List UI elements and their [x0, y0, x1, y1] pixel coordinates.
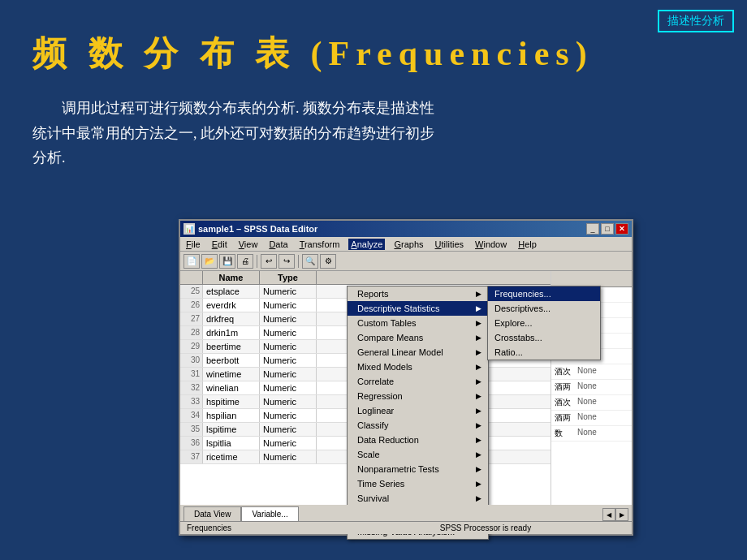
right-row: 酒次 None: [551, 364, 632, 380]
right-panel: 月饮{1,没有} 次数 None 瓶数 None 数 None 数 None 酒…: [551, 271, 632, 518]
row-type: Numeric: [260, 409, 317, 422]
tab-data-view[interactable]: Data View: [184, 506, 241, 521]
spss-window: 📊 sample1 – SPSS Data Editor _ □ ✕ File …: [179, 219, 633, 536]
row-type: Numeric: [260, 368, 317, 381]
menu-help[interactable]: Help: [516, 239, 539, 250]
tool4[interactable]: ⚙: [320, 254, 336, 269]
row-type: Numeric: [260, 312, 317, 325]
row-num: 27: [180, 312, 203, 325]
row-num: 32: [180, 381, 203, 394]
right-label: 酒次: [555, 366, 574, 377]
table-row: 35 lspitime Numeric: [180, 423, 551, 437]
right-row: 数 None: [551, 349, 632, 364]
status-bar: Frequencies SPSS Processor is ready: [180, 521, 632, 534]
right-label: 月饮{1,没有}: [555, 289, 599, 300]
table-row: 37 ricetime Numeric: [180, 450, 551, 464]
open-button[interactable]: 📂: [201, 254, 218, 269]
right-label: 次数: [555, 304, 574, 316]
right-val: None: [577, 335, 597, 347]
right-row: 酒两 None: [551, 380, 632, 395]
row-type: Numeric: [260, 340, 317, 353]
right-panel-header: [551, 271, 632, 287]
row-num: 36: [180, 437, 203, 450]
row-num: 31: [180, 368, 203, 381]
tab-variable-view[interactable]: Variable...: [241, 506, 298, 521]
row-type: Numeric: [260, 423, 317, 436]
right-val: None: [577, 320, 597, 331]
tool3[interactable]: 🔍: [302, 254, 318, 269]
row-type: Numeric: [260, 326, 317, 339]
menu-edit[interactable]: Edit: [209, 239, 230, 250]
redo-button[interactable]: ↪: [279, 254, 295, 269]
title-bar-left: 📊 sample1 – SPSS Data Editor: [184, 223, 317, 235]
window-controls[interactable]: _ □ ✕: [586, 223, 628, 235]
status-left: Frequencies: [180, 523, 339, 532]
table-row: 26 everdrk Numeric: [180, 299, 551, 312]
table-row: 28 drkin1m Numeric: [180, 326, 551, 340]
row-num: 28: [180, 326, 203, 339]
row-name: drkfreq: [203, 312, 260, 325]
badge-label: 描述性分析: [658, 10, 734, 32]
row-num: 33: [180, 395, 203, 408]
save-button[interactable]: 💾: [219, 254, 235, 269]
table-header: Name Type: [180, 271, 551, 285]
page-title: 频 数 分 布 表 (Frequencies): [32, 31, 594, 76]
right-label: 数: [555, 351, 574, 362]
right-label: 酒次: [555, 397, 574, 408]
row-type: Numeric: [260, 450, 317, 463]
row-name: lspitime: [203, 423, 260, 436]
row-num: 29: [180, 340, 203, 353]
table-row: 33 hspitime Numeric: [180, 395, 551, 409]
menu-file[interactable]: File: [184, 239, 203, 250]
row-type: Numeric: [260, 437, 317, 450]
desc-line3: 分析.: [32, 145, 715, 170]
right-row: 次数 None: [551, 303, 632, 318]
menu-graphs[interactable]: Graphs: [391, 239, 425, 250]
row-name: winelian: [203, 381, 260, 394]
scroll-right[interactable]: ▶: [615, 508, 628, 521]
row-name: everdrk: [203, 299, 260, 312]
content-area: Name Type 25 etsplace Numeric 26 everdrk…: [180, 271, 632, 518]
right-row: 瓶数 None: [551, 318, 632, 334]
row-num: 25: [180, 285, 203, 298]
menu-utilities[interactable]: Utilities: [433, 239, 466, 250]
row-name: etsplace: [203, 285, 260, 298]
right-label: 酒两: [555, 412, 574, 424]
maximize-button[interactable]: □: [601, 223, 614, 235]
table-row: 34 hspilian Numeric: [180, 409, 551, 423]
right-val: None: [577, 304, 597, 316]
toolbar: 📄 📂 💾 🖨 ↩ ↪ 🔍 ⚙: [180, 252, 632, 271]
menu-view[interactable]: View: [236, 239, 261, 250]
table-row: 25 etsplace Numeric: [180, 285, 551, 299]
menu-bar: File Edit View Data Transform Analyze Gr…: [180, 237, 632, 252]
print-button[interactable]: 🖨: [237, 254, 253, 269]
scroll-left[interactable]: ◀: [602, 508, 615, 521]
row-name: lspitlia: [203, 437, 260, 450]
new-button[interactable]: 📄: [184, 254, 200, 269]
row-num: 37: [180, 450, 203, 463]
row-name: winetime: [203, 368, 260, 381]
close-button[interactable]: ✕: [615, 223, 628, 235]
menu-data[interactable]: Data: [266, 239, 290, 250]
right-row: 酒次 None: [551, 395, 632, 411]
row-num: 35: [180, 423, 203, 436]
row-name: ricetime: [203, 450, 260, 463]
header-num: [180, 271, 203, 284]
undo-button[interactable]: ↩: [261, 254, 277, 269]
row-name: hspitime: [203, 395, 260, 408]
table-row: 32 winelian Numeric: [180, 381, 551, 395]
right-val: None: [577, 351, 597, 362]
app-icon: 📊: [184, 223, 195, 235]
menu-window[interactable]: Window: [473, 239, 509, 250]
table-row: 36 lspitlia Numeric: [180, 437, 551, 450]
row-name: beerbott: [203, 354, 260, 367]
right-label: 瓶数: [555, 320, 574, 331]
data-table: Name Type 25 etsplace Numeric 26 everdrk…: [180, 271, 551, 518]
row-num: 26: [180, 299, 203, 312]
menu-transform[interactable]: Transform: [297, 239, 343, 250]
minimize-button[interactable]: _: [586, 223, 599, 235]
status-center: SPSS Processor is ready: [339, 523, 632, 532]
menu-analyze[interactable]: Analyze: [348, 239, 385, 250]
right-val: None: [577, 428, 597, 439]
row-num: 34: [180, 409, 203, 422]
